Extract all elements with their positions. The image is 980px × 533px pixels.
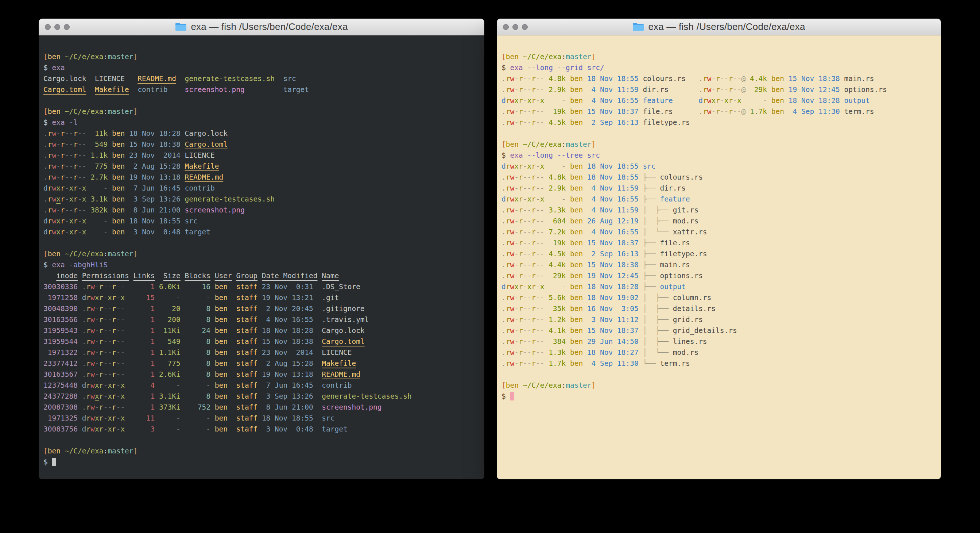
cursor [510, 392, 514, 401]
terminal-line: .rw-r--r-- 1.7k ben 4 Sep 11:30 └── term… [501, 358, 937, 369]
minimize-button[interactable] [512, 24, 518, 30]
terminal-line: .rw-r--r-- 5.6k ben 18 Nov 19:02 │ ├── c… [501, 292, 937, 303]
traffic-lights [503, 24, 528, 30]
terminal-line: .rw-r--r-- 4.5k ben 2 Sep 16:13 ├── file… [501, 249, 937, 260]
terminal-line [43, 95, 480, 106]
terminal-line: [ben ~/C/e/exa:master] [43, 106, 480, 117]
terminal-window-light: exa — fish /Users/ben/Code/exa/exa [ben … [497, 19, 941, 479]
terminal-line [43, 238, 480, 249]
terminal-line: .rw-r--r-- 2.9k ben 4 Nov 11:59 dir.rs .… [501, 85, 937, 95]
terminal-line: .rw-r--r-- 1.3k ben 18 Nov 18:27 │ └── m… [501, 347, 937, 358]
terminal-line: $ [43, 457, 480, 468]
zoom-button[interactable] [522, 24, 528, 30]
terminal-line: .rw-r--r-- 4.4k ben 15 Nov 18:38 ├── mai… [501, 260, 937, 271]
terminal-line: .rw-r--r-- 11k ben 18 Nov 18:28 Cargo.lo… [43, 128, 480, 139]
terminal-line: 30163566 .rw-r--r-- 1 200 8 ben staff 4 … [43, 314, 480, 325]
terminal-line: [ben ~/C/e/exa:master] [43, 51, 480, 62]
terminal-line: $ exa --long --tree src [501, 150, 937, 161]
traffic-lights [45, 24, 70, 30]
terminal-line: .rw-r--r-- 19k ben 15 Nov 18:37 file.rs … [501, 106, 937, 117]
terminal-line: drwxr-xr-x - ben 18 Nov 18:55 src [43, 216, 480, 227]
terminal-line: $ exa -l [43, 117, 480, 128]
zoom-button[interactable] [64, 24, 70, 30]
terminal-window-dark: exa — fish /Users/ben/Code/exa/exa [ben … [39, 19, 484, 479]
terminal-line: inode Permissions Links Size Blocks User… [43, 271, 480, 281]
terminal-line: $ exa -abghHliS [43, 260, 480, 271]
terminal-line: [ben ~/C/e/exa:master] [43, 249, 480, 260]
titlebar[interactable]: exa — fish /Users/ben/Code/exa/exa [497, 19, 941, 35]
terminal-line: drwxr-xr-x - ben 7 Jun 16:45 contrib [43, 183, 480, 194]
terminal-line: .rw-r--r-- 2.7k ben 19 Nov 13:18 README.… [43, 172, 480, 183]
terminal-line: .rw-r--r-- 4.5k ben 2 Sep 16:13 filetype… [501, 117, 937, 128]
terminal-line: 30083756 drwxr-xr-x 3 - - ben staff 3 No… [43, 424, 480, 435]
terminal-line: .rw-r--r-- 604 ben 26 Aug 12:19 │ ├── mo… [501, 216, 937, 227]
terminal-line: 1971258 drwxr-xr-x 15 - - ben staff 19 N… [43, 292, 480, 303]
terminal-line: .rw-r--r-- 4.8k ben 18 Nov 18:55 ├── col… [501, 172, 937, 183]
terminal-line: Cargo.toml Makefile contrib screenshot.p… [43, 85, 480, 95]
terminal-line: 20087308 .rw-r--r-- 1 373Ki 752 ben staf… [43, 402, 480, 413]
window-title: exa — fish /Users/ben/Code/exa/exa [39, 19, 484, 35]
terminal-line: .rw-r--r-- 3.3k ben 4 Nov 11:59 │ ├── gi… [501, 205, 937, 216]
terminal-line [501, 128, 937, 139]
close-button[interactable] [503, 24, 509, 30]
terminal-line: 1971325 drwxr-xr-x 11 - - ben staff 18 N… [43, 413, 480, 424]
terminal-line: drwxr-xr-x - ben 3 Nov 0:48 target [43, 227, 480, 238]
terminal-line: .rw-r--r-- 7.2k ben 4 Nov 16:55 │ └── xa… [501, 227, 937, 238]
terminal-line: [ben ~/C/e/exa:master] [501, 139, 937, 150]
cursor [52, 458, 56, 466]
terminal-line: 1971322 .rw-r--r-- 1 1.1Ki 8 ben staff 2… [43, 347, 480, 358]
titlebar[interactable]: exa — fish /Users/ben/Code/exa/exa [39, 19, 484, 35]
terminal-line: .rw-r--r-- 4.1k ben 15 Nov 18:37 │ ├── g… [501, 325, 937, 336]
terminal-line: drwxr-xr-x - ben 18 Nov 18:55 src [501, 161, 937, 172]
terminal-line: 24377288 .rwxr-xr-x 1 3.1Ki 8 ben staff … [43, 391, 480, 402]
terminal-line: 31959543 .rw-r--r-- 1 11Ki 24 ben staff … [43, 325, 480, 336]
terminal-line: 12375448 drwxr-xr-x 4 - - ben staff 7 Ju… [43, 380, 480, 391]
terminal-line: .rw-r--r-- 1.2k ben 3 Nov 11:12 │ ├── gr… [501, 314, 937, 325]
window-title: exa — fish /Users/ben/Code/exa/exa [497, 19, 941, 35]
terminal-line: .rw-r--r-- 2.9k ben 4 Nov 11:59 ├── dir.… [501, 183, 937, 194]
terminal-body[interactable]: [ben ~/C/e/exa:master]$ exa --long --gri… [497, 35, 941, 479]
terminal-line: .rw-r--r-- 775 ben 2 Aug 15:28 Makefile [43, 161, 480, 172]
terminal-line: 30163567 .rw-r--r-- 1 2.6Ki 8 ben staff … [43, 369, 480, 380]
minimize-button[interactable] [54, 24, 60, 30]
terminal-line: .rw-r--r-- 384 ben 29 Jun 14:50 │ ├── li… [501, 336, 937, 347]
window-title-text: exa — fish /Users/ben/Code/exa/exa [648, 21, 805, 32]
terminal-line [501, 369, 937, 380]
terminal-line: 23377412 .rw-r--r-- 1 775 8 ben staff 2 … [43, 358, 480, 369]
terminal-line: .rw-r--r-- 19k ben 15 Nov 18:37 ├── file… [501, 238, 937, 249]
terminal-line [43, 435, 480, 446]
close-button[interactable] [45, 24, 51, 30]
terminal-line: $ [501, 391, 937, 402]
terminal-line: $ exa --long --grid src/ [501, 62, 937, 73]
terminal-line: .rw-r--r-- 382k ben 8 Jun 21:00 screensh… [43, 205, 480, 216]
terminal-line: [ben ~/C/e/exa:master] [501, 51, 937, 62]
terminal-line: .rw-r--r-- 4.8k ben 18 Nov 18:55 colours… [501, 73, 937, 85]
terminal-line: [ben ~/C/e/exa:master] [501, 380, 937, 391]
terminal-line: drwxr-xr-x - ben 4 Nov 16:55 ├── feature [501, 194, 937, 205]
terminal-line: drwxr-xr-x - ben 4 Nov 16:55 feature drw… [501, 95, 937, 106]
terminal-line: .rw-r--r-- 29k ben 19 Nov 12:45 ├── opti… [501, 271, 937, 281]
terminal-body[interactable]: [ben ~/C/e/exa:master]$ exaCargo.lock LI… [39, 35, 484, 479]
terminal-line: .rw-r--r-- 549 ben 15 Nov 18:38 Cargo.to… [43, 139, 480, 150]
terminal-line: .rw-r--r-- 35k ben 16 Nov 3:05 │ ├── det… [501, 303, 937, 314]
folder-icon [632, 22, 644, 31]
terminal-line: .rwxr-xr-x 3.1k ben 3 Sep 13:26 generate… [43, 194, 480, 205]
terminal-line: 30048390 .rw-r--r-- 1 20 8 ben staff 2 N… [43, 303, 480, 314]
terminal-line: [ben ~/C/e/exa:master] [43, 446, 480, 457]
terminal-line: 30030336 .rw-r--r-- 1 6.0Ki 16 ben staff… [43, 281, 480, 292]
window-title-text: exa — fish /Users/ben/Code/exa/exa [191, 21, 348, 32]
terminal-line: drwxr-xr-x - ben 18 Nov 18:28 ├── output [501, 281, 937, 292]
terminal-line: Cargo.lock LICENCE README.md generate-te… [43, 73, 480, 85]
terminal-line: .rw-r--r-- 1.1k ben 23 Nov 2014 LICENCE [43, 150, 480, 161]
terminal-line: $ exa [43, 62, 480, 73]
folder-icon [175, 22, 187, 31]
terminal-line: 31959544 .rw-r--r-- 1 549 8 ben staff 15… [43, 336, 480, 347]
